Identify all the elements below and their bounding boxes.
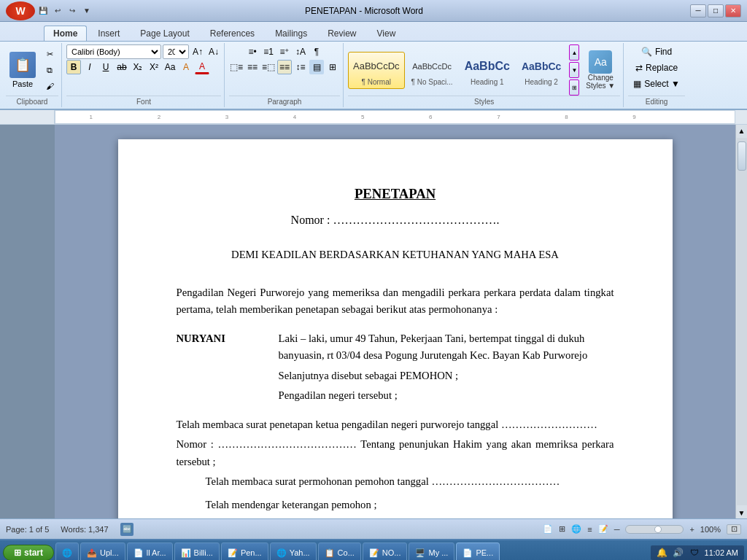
doc-telah1: Telah membaca surat penetapan ketua peng… (177, 416, 614, 433)
styles-expand[interactable]: ⊞ (569, 79, 579, 96)
tab-review[interactable]: Review (318, 26, 365, 41)
multilevel-button[interactable]: ≡⁺ (277, 44, 292, 59)
replace-button[interactable]: ⇄ Replace (630, 61, 683, 75)
tab-pagelayout[interactable]: Page Layout (131, 26, 198, 41)
subscript-button[interactable]: X₂ (131, 60, 145, 74)
doc-telah3: Telah mendengar keterangan pemohon ; (206, 497, 614, 513)
scroll-thumb[interactable] (738, 141, 746, 171)
styles-scroll-up[interactable]: ▲ (569, 44, 579, 61)
ruler-mark-2: 2 (158, 114, 160, 120)
show-marks-button[interactable]: ¶ (309, 44, 324, 59)
scroll-up-button[interactable]: ▲ (738, 125, 746, 136)
style-heading1[interactable]: AaBbCc Heading 1 (460, 52, 515, 89)
systray-volume[interactable]: 🔊 (673, 547, 684, 559)
systray-antivirus[interactable]: 🛡 (689, 547, 700, 559)
superscript-button[interactable]: X² (147, 60, 161, 74)
strikethrough-button[interactable]: ab (115, 60, 129, 74)
scroll-down-button[interactable]: ▼ (738, 507, 746, 518)
tab-view[interactable]: View (368, 26, 406, 41)
bullets-button[interactable]: ≡• (245, 44, 260, 59)
sort-button[interactable]: ↕A (293, 44, 308, 59)
maximize-button[interactable]: □ (708, 4, 724, 18)
styles-scroll-down[interactable]: ▼ (569, 62, 579, 78)
taskbar-ar[interactable]: 📄 ll Ar... (127, 542, 173, 560)
taskbar-pe[interactable]: 📄 PE... (456, 542, 500, 560)
taskbar-no[interactable]: 📝 NO... (363, 542, 408, 560)
tab-home[interactable]: Home (44, 26, 87, 41)
font-grow-button[interactable]: A↑ (190, 44, 205, 59)
zoom-slider[interactable] (625, 525, 684, 534)
zoom-thumb[interactable] (654, 526, 662, 533)
taskbar-bill[interactable]: 📊 Billi... (174, 542, 220, 560)
numbering-button[interactable]: ≡1 (261, 44, 276, 59)
tab-insert[interactable]: Insert (88, 26, 129, 41)
copy-button[interactable]: ⧉ (41, 63, 58, 77)
view-print[interactable]: 📄 (543, 524, 553, 534)
align-center-button[interactable]: ≡≡ (245, 60, 260, 74)
style-heading1-label: Heading 1 (471, 78, 504, 86)
undo-qat[interactable]: ↩ (51, 4, 64, 17)
ruler-mark-5: 5 (361, 114, 364, 120)
styles-scroll: ▲ ▼ ⊞ (569, 44, 579, 96)
font-shrink-button[interactable]: A↓ (206, 44, 221, 59)
justify-button[interactable]: ≡≡ (277, 60, 292, 74)
document-page[interactable]: PENETAPAN Nomor : ……………………………………. DEMI K… (118, 139, 673, 518)
change-styles-button[interactable]: Aa ChangeStyles ▼ (581, 47, 620, 93)
view-draft[interactable]: 📝 (598, 524, 608, 534)
vertical-scrollbar[interactable]: ▲ ▼ (735, 125, 747, 518)
font-name-select[interactable]: Calibri (Body) (66, 44, 161, 59)
cut-button[interactable]: ✂ (41, 47, 58, 61)
para-row-2: ⬚≡ ≡≡ ≡⬚ ≡≡ ↕≡ ▤ ⊞ (229, 60, 340, 74)
tab-references[interactable]: References (201, 26, 264, 41)
format-painter-button[interactable]: 🖌 (41, 79, 58, 93)
systray-network[interactable]: 🔔 (657, 547, 668, 559)
style-heading2[interactable]: AaBbCc Heading 2 (516, 52, 566, 89)
taskbar-pen[interactable]: 📝 Pen... (221, 542, 268, 560)
align-right-button[interactable]: ≡⬚ (261, 60, 276, 74)
select-button[interactable]: ▦ Select ▼ (628, 77, 685, 91)
taskbar-ie[interactable]: 🌐 (55, 542, 79, 560)
zoom-plus[interactable]: + (689, 525, 694, 534)
style-nospace-preview: AaBbCcDc (412, 55, 452, 78)
tab-mailings[interactable]: Mailings (266, 26, 317, 41)
taskbar-co[interactable]: 📋 Co... (318, 542, 361, 560)
zoom-minus[interactable]: ─ (614, 525, 620, 534)
line-spacing-button[interactable]: ↕≡ (293, 60, 308, 74)
font-color-button[interactable]: A (195, 60, 209, 74)
paste-button[interactable]: 📋 Paste (6, 48, 39, 92)
minimize-button[interactable]: ─ (690, 4, 706, 18)
italic-button[interactable]: I (82, 60, 97, 74)
save-qat[interactable]: 💾 (36, 4, 50, 17)
shading-button[interactable]: ▤ (309, 60, 324, 74)
highlight-button[interactable]: A (179, 60, 193, 74)
title-bar: W 💾 ↩ ↪ ▼ PENETAPAN - Microsoft Word ─ □… (0, 0, 747, 22)
editing-content: 🔍 Find ⇄ Replace ▦ Select ▼ (628, 44, 685, 96)
view-web[interactable]: 🌐 (571, 524, 581, 534)
office-button[interactable]: W (6, 1, 35, 20)
qat-dropdown[interactable]: ▼ (80, 4, 93, 17)
scroll-track[interactable] (737, 138, 747, 505)
align-left-button[interactable]: ⬚≡ (229, 60, 244, 74)
zoom-fit-button[interactable]: ⊡ (727, 524, 741, 534)
bold-button[interactable]: B (66, 60, 81, 74)
borders-button[interactable]: ⊞ (325, 60, 340, 74)
taskbar-my[interactable]: 🖥️ My ... (409, 542, 454, 560)
taskbar-upl[interactable]: 📤 Upl... (80, 542, 125, 560)
underline-button[interactable]: U (98, 60, 113, 74)
taskbar-ar-label: ll Ar... (147, 548, 166, 557)
redo-qat[interactable]: ↪ (66, 4, 79, 17)
font-size-select[interactable]: 20 (163, 44, 189, 59)
paste-label: Paste (12, 79, 33, 88)
doc-pengadilan: Pengadilan negeri tersebut ; (279, 387, 614, 404)
style-nospace[interactable]: AaBbCcDc ¶ No Spaci... (406, 52, 458, 89)
view-outline[interactable]: ≡ (587, 525, 592, 534)
taskbar-no-label: NO... (382, 548, 401, 557)
clear-format-button[interactable]: Aa (163, 60, 177, 74)
taskbar-my-label: My ... (428, 548, 448, 557)
start-button[interactable]: ⊞ start (3, 545, 54, 560)
close-button[interactable]: ✕ (725, 4, 741, 18)
find-button[interactable]: 🔍 Find (636, 44, 677, 59)
style-normal[interactable]: AaBbCcDc ¶ Normal (348, 52, 405, 89)
view-fullscreen[interactable]: ⊞ (559, 524, 565, 534)
taskbar-yah[interactable]: 🌐 Yah... (270, 542, 317, 560)
